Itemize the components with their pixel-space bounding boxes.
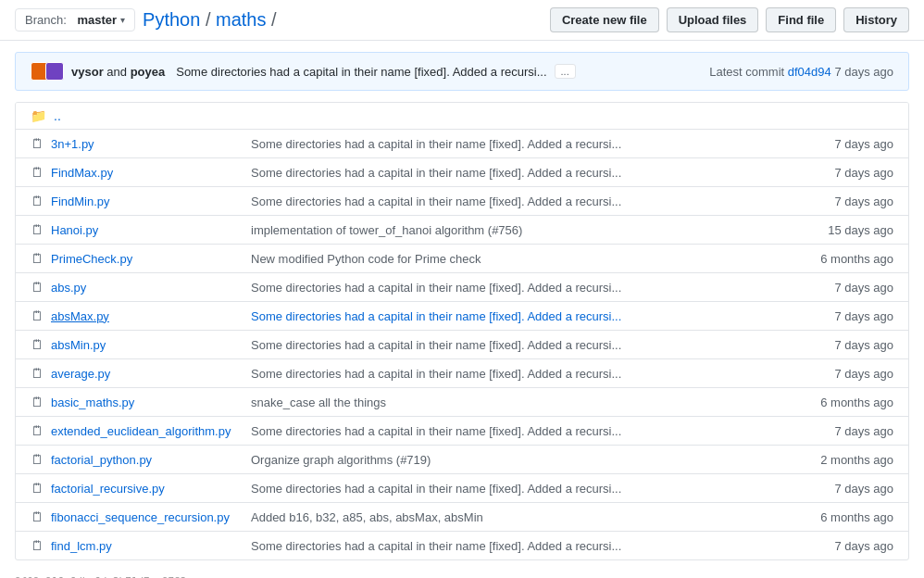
file-commit: Some directories had a capital in their … [236,281,801,295]
file-icon: 🗒 [31,308,44,323]
file-commit: implementation of tower_of_hanoi algorit… [236,223,801,237]
avatar-group [31,62,64,81]
breadcrumb-sep2: / [271,9,277,30]
file-name-link[interactable]: basic_maths.py [51,396,236,409]
commit-link[interactable]: Some directories had a capital in their … [251,309,621,323]
commit-strip: vysor and poyea Some directories had a c… [15,52,909,91]
file-icon: 🗒 [31,481,44,496]
file-name-link[interactable]: FindMax.py [51,166,236,180]
ellipsis-button[interactable]: ... [555,64,576,79]
commit-text: Some directories had a capital in their … [251,338,621,352]
file-icon: 📁 [31,108,46,123]
file-icon: 🗒 [31,395,44,409]
file-commit: Some directories had a capital in their … [236,309,801,323]
branch-name: master [77,13,117,27]
table-row: 🗒 Hanoi.py implementation of tower_of_ha… [16,216,908,245]
file-commit: Some directories had a capital in their … [236,137,801,151]
file-name-link[interactable]: fibonacci_sequence_recursion.py [51,510,236,524]
file-table: 📁 .. 🗒 3n+1.py Some directories had a ca… [15,102,909,560]
file-time: 6 months ago [801,510,893,524]
commit-text: Organize graph algorithms (#719) [251,453,431,467]
table-row: 🗒 factorial_python.py Organize graph alg… [16,446,908,474]
table-row: 🗒 extended_euclidean_algorithm.py Some d… [16,417,908,446]
commit-text: Some directories had a capital in their … [251,281,621,295]
table-row: 🗒 PrimeCheck.py New modified Python code… [16,245,908,273]
commit-hash-link[interactable]: df04d94 [788,65,831,79]
commit-text: snake_case all the things [251,396,386,409]
file-time: 7 days ago [801,309,893,323]
file-time: 7 days ago [801,281,893,295]
file-name-link[interactable]: extended_euclidean_algorithm.py [51,424,236,438]
file-name-link[interactable]: find_lcm.py [51,539,236,553]
file-icon: 🗒 [31,509,44,524]
breadcrumb-python[interactable]: Python [143,9,200,30]
commit-text: Some directories had a capital in their … [251,367,621,381]
history-button[interactable]: History [843,7,909,32]
file-name-link[interactable]: FindMin.py [51,195,236,208]
file-time: 6 months ago [801,252,893,266]
top-bar-left: Branch: master ▾ Python / maths / [15,8,277,31]
file-icon: 🗒 [31,538,44,553]
file-time: 7 days ago [801,539,893,553]
commit-authors: vysor and poyea [71,65,165,79]
table-row: 🗒 average.py Some directories had a capi… [16,359,908,388]
hash-hint: 9f09c916a6dbc6da2b71d7ac9782 [0,572,924,578]
breadcrumb: Python / maths / [143,9,277,31]
file-commit: Some directories had a capital in their … [236,482,801,496]
breadcrumb-maths[interactable]: maths [216,9,266,30]
file-icon: 🗒 [31,194,44,208]
file-name-link[interactable]: average.py [51,367,236,381]
author2: poyea [131,65,166,79]
table-row: 🗒 FindMin.py Some directories had a capi… [16,187,908,216]
commit-text: implementation of tower_of_hanoi algorit… [251,223,522,237]
file-icon: 🗒 [31,136,44,151]
branch-selector[interactable]: Branch: master ▾ [15,8,135,31]
file-commit: New modified Python code for Prime check [236,252,801,266]
file-commit: Added b16, b32, a85, abs, absMax, absMin [236,510,801,524]
branch-label: Branch: [25,13,67,27]
author1: vysor [71,65,104,79]
file-name-link[interactable]: PrimeCheck.py [51,252,236,266]
file-name-link[interactable]: factorial_recursive.py [51,482,236,496]
file-icon: 🗒 [31,423,44,438]
commit-text: Some directories had a capital in their … [251,424,621,438]
file-time: 7 days ago [801,137,893,151]
find-file-button[interactable]: Find file [766,7,836,32]
parent-dir-link[interactable]: .. [54,108,239,123]
file-name-link[interactable]: factorial_python.py [51,453,236,467]
table-row: 🗒 3n+1.py Some directories had a capital… [16,130,908,158]
table-row: 🗒 FindMax.py Some directories had a capi… [16,158,908,187]
file-name-link[interactable]: Hanoi.py [51,223,236,237]
file-icon: 🗒 [31,165,44,180]
commit-time: 7 days ago [834,65,893,79]
table-row: 🗒 basic_maths.py snake_case all the thin… [16,388,908,417]
file-commit: Some directories had a capital in their … [236,539,801,553]
file-time: 2 months ago [801,453,893,467]
commit-message: Some directories had a capital in their … [176,65,546,79]
file-name-link[interactable]: 3n+1.py [51,137,236,151]
file-name-link[interactable]: absMin.py [51,338,236,352]
upload-files-button[interactable]: Upload files [667,7,759,32]
create-new-file-button[interactable]: Create new file [550,7,659,32]
file-commit: Some directories had a capital in their … [236,367,801,381]
commit-text: Some directories had a capital in their … [251,166,621,180]
commit-text: Some directories had a capital in their … [251,137,621,151]
commit-strip-right: Latest commit df04d94 7 days ago [709,65,893,79]
table-row: 📁 .. [16,103,908,130]
commit-text: Added b16, b32, a85, abs, absMax, absMin [251,510,483,524]
commit-text: Some directories had a capital in their … [251,539,621,553]
table-row: 🗒 factorial_recursive.py Some directorie… [16,474,908,503]
file-commit: Some directories had a capital in their … [236,166,801,180]
file-name-link[interactable]: abs.py [51,281,236,295]
commit-text: Some directories had a capital in their … [251,482,621,496]
author-sep: and [106,65,130,79]
file-time: 15 days ago [801,223,893,237]
commit-text: Some directories had a capital in their … [251,195,621,208]
file-name-link[interactable]: absMax.py [51,309,236,323]
file-time: 7 days ago [801,424,893,438]
file-icon: 🗒 [31,251,44,266]
file-commit: Some directories had a capital in their … [236,195,801,208]
file-icon: 🗒 [31,337,44,352]
file-icon: 🗒 [31,280,44,295]
file-commit: Some directories had a capital in their … [236,338,801,352]
